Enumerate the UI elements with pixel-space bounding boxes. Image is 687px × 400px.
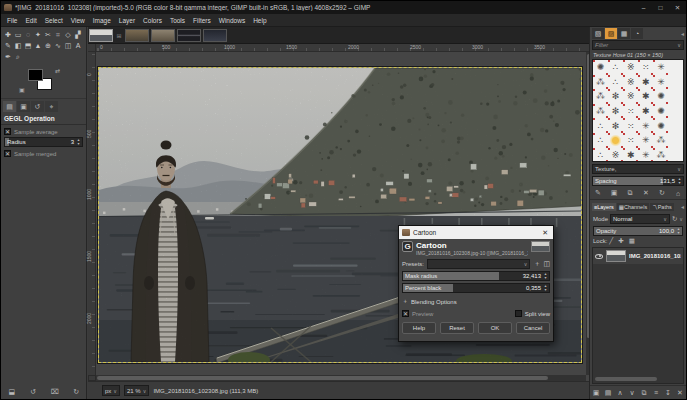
brush-item[interactable]: ✱ [623,148,638,162]
split-view-checkbox[interactable]: ✕ [515,310,522,317]
tool-transform[interactable]: ◇ [63,29,73,40]
dialog-titlebar[interactable]: Cartoon ✕ [399,226,553,239]
menu-tools[interactable]: Tools [166,14,189,27]
brush-item[interactable]: ⁙ [638,60,653,75]
opacity-spinner[interactable]: ▴▾ [675,227,682,235]
mask-radius-spinner[interactable]: ▴▾ [542,272,549,280]
menu-edit[interactable]: Edit [21,14,40,27]
edit-brush-button[interactable]: ✎ [592,188,604,199]
tool-text[interactable]: A [73,40,83,51]
tool-gradient[interactable]: ◫ [63,40,73,51]
zoom-select[interactable]: 21 %∨ [124,385,149,396]
refresh-brushes-button[interactable]: ↻ [656,188,668,199]
brush-item[interactable]: ✱ [638,104,653,119]
vertical-ruler[interactable]: 0500100015002000 [88,52,96,375]
duplicate-layer-button[interactable]: ⧉ [638,387,650,398]
brush-item[interactable]: ⁂ [593,75,608,90]
brush-item[interactable]: ✳ [638,148,653,162]
brushes-dialog-tab[interactable]: ▨ [605,28,617,39]
tool-options-tab[interactable]: ▤ [3,101,16,112]
brush-item[interactable]: ✺ [653,118,668,133]
menu-file[interactable]: File [3,14,21,27]
open-brush-folder-button[interactable]: ⌂ [672,188,684,199]
brush-item[interactable]: ∴ [593,133,608,148]
undo-history-tab[interactable]: ↺ [31,101,44,112]
tab-layers[interactable]: ≡Layers [592,203,616,211]
visibility-eye-icon[interactable] [595,254,603,259]
brush-item[interactable]: ⁂ [593,104,608,119]
lock-alpha-icon[interactable]: ▦ [629,237,635,245]
menu-image[interactable]: Image [89,14,115,27]
preset-menu-icon[interactable]: ◫ [543,260,550,268]
new-group-button[interactable]: ▤ [602,387,614,398]
brush-item[interactable]: ✺ [653,89,668,104]
brush-item[interactable]: ∴ [593,118,608,133]
document-history-tab[interactable]: ◔ [631,28,643,39]
brush-item[interactable]: ※ [623,75,638,90]
new-brush-button[interactable]: ▣ [608,188,620,199]
tab-list-icon[interactable]: ⊞ [115,32,123,39]
menu-filters[interactable]: Filters [189,14,215,27]
tool-scissors[interactable]: ✂ [43,29,53,40]
sample-average-checkbox[interactable]: ✕ [4,128,11,135]
brush-item[interactable]: ✳ [653,60,668,75]
add-preset-icon[interactable]: ＋ [533,259,540,269]
brush-item[interactable]: ⁂ [653,148,668,162]
dialog-close-icon[interactable]: ✕ [540,229,550,237]
brush-item[interactable]: ✻ [608,89,623,104]
anchor-layer-button[interactable]: ↧ [662,387,674,398]
brush-grid[interactable]: ✺∴※⁙✳⁂∴※✱✳⁂✻※✱✺⁂✻⁙✱✺∴✻⁙✳✺∴※⁙✳⁂∴※✱✳⁂✻※✱✺⁂… [592,59,684,162]
brush-item[interactable]: ※ [623,89,638,104]
brush-item[interactable]: ⁂ [593,89,608,104]
tool-crop[interactable]: ⌗ [53,29,63,40]
percent-black-slider[interactable]: Percent black 0,355 ▴▾ [402,283,550,293]
tool-rectangle-select[interactable]: ▭ [13,29,23,40]
tool-free-select[interactable]: ◌ [23,29,33,40]
minimize-button[interactable]: – [635,1,652,14]
brush-item[interactable]: ✱ [638,89,653,104]
brush-item[interactable]: ⁙ [623,104,638,119]
delete-tool-preset-button[interactable]: ⌧ [49,386,61,397]
tool-fuzzy-select[interactable]: ✦ [33,29,43,40]
brush-item[interactable]: ✳ [638,118,653,133]
percent-black-spinner[interactable]: ▴▾ [542,284,549,292]
duplicate-brush-button[interactable]: ⧉ [624,188,636,199]
brush-item[interactable]: ⁙ [623,133,638,148]
dock-menu-icon[interactable]: ◂ [681,30,684,37]
brush-item[interactable]: ∴ [608,60,623,75]
preview-checkbox[interactable]: ✕ [402,310,409,317]
default-colors-icon[interactable]: ▣ [19,86,25,93]
layer-mode-select[interactable]: Normal ∨ [610,214,670,224]
tool-airbrush[interactable]: ▲ [33,40,43,51]
layer-row[interactable]: IMG_20181016_102308 [593,248,683,264]
menu-windows[interactable]: Windows [215,14,249,27]
chevron-down-icon[interactable]: ∨ [679,216,683,222]
opacity-slider[interactable]: Opacity 100,0 ▴▾ [593,226,683,236]
help-button[interactable]: Help [402,322,436,334]
radius-spinner[interactable]: ▴▾ [75,138,82,146]
tab-paths[interactable]: 〽Paths [650,203,674,211]
close-button[interactable]: ✕ [669,1,686,14]
brush-item[interactable]: ✻ [608,118,623,133]
brush-item[interactable]: ※ [623,60,638,75]
brush-item[interactable]: ✳ [638,133,653,148]
brush-item[interactable]: ⁂ [653,133,668,148]
patterns-dialog-tab[interactable]: ▦ [618,28,630,39]
ruler-corner[interactable] [88,44,96,52]
delete-layer-button[interactable]: ✕ [674,387,686,398]
sample-merged-checkbox[interactable]: ✕ [4,150,11,157]
blending-options-expander[interactable]: ＋ Blending Options [402,297,550,306]
menu-layer[interactable]: Layer [115,14,139,27]
brush-filter-input[interactable]: Filter ∨ [592,40,684,50]
dock-menu-icon[interactable]: ◂ [681,203,684,210]
image-tab-dark-indoor[interactable] [177,29,201,42]
brush-item[interactable]: ⁙ [623,118,638,133]
horizontal-ruler[interactable]: 0500100015002000250030003500 [96,44,591,52]
image-tab-dark-photo[interactable] [203,29,227,42]
brush-item[interactable]: ※ [608,133,623,148]
reset-tool-options-button[interactable]: ↻ [70,386,82,397]
lower-layer-button[interactable]: ∨ [626,387,638,398]
spacing-slider[interactable]: Spacing 131,5 ▴▾ [592,176,684,186]
brush-item[interactable]: ✳ [653,75,668,90]
new-layer-button[interactable]: ▣ [590,387,602,398]
